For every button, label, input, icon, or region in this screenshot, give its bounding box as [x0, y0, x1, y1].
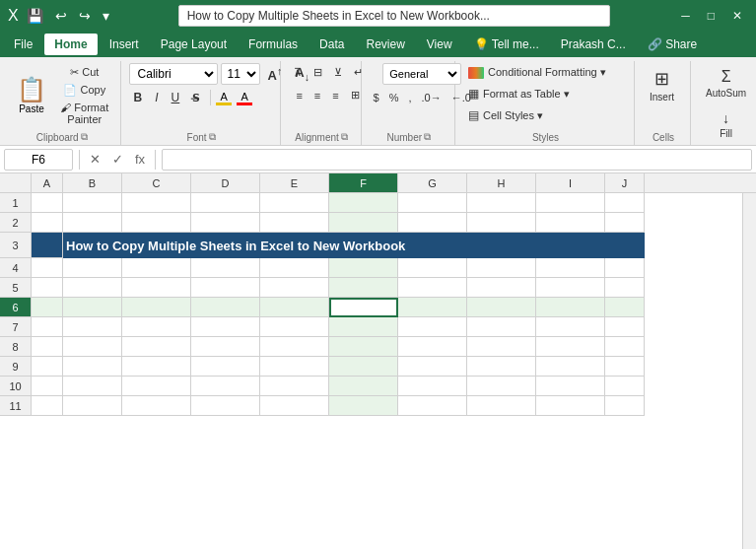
cell-e4[interactable]: [260, 258, 329, 278]
italic-button[interactable]: I: [150, 89, 163, 106]
font-size-select[interactable]: 11: [221, 63, 260, 85]
cell-g2[interactable]: [398, 213, 467, 233]
right-align-button[interactable]: ≡: [327, 86, 343, 104]
top-align-button[interactable]: ⊼: [289, 63, 307, 82]
cell-b8[interactable]: [63, 337, 122, 357]
number-expand-icon[interactable]: ⧉: [424, 131, 431, 143]
strikethrough-button[interactable]: S̶: [187, 90, 205, 106]
cell-e2[interactable]: [260, 213, 329, 233]
cell-e6[interactable]: [260, 298, 329, 317]
cell-f4[interactable]: [329, 258, 398, 278]
menu-home[interactable]: Home: [44, 34, 97, 55]
row-number-3[interactable]: 3: [0, 233, 32, 258]
menu-page-layout[interactable]: Page Layout: [151, 34, 237, 55]
cell-j4[interactable]: [605, 258, 645, 278]
redo-button[interactable]: ↪: [75, 6, 95, 26]
cell-i5[interactable]: [536, 278, 605, 298]
cell-j8[interactable]: [605, 337, 645, 357]
cell-g9[interactable]: [398, 357, 467, 377]
center-align-button[interactable]: ≡: [309, 86, 325, 104]
cell-c10[interactable]: [122, 377, 191, 396]
cell-h11[interactable]: [467, 396, 536, 416]
cell-e7[interactable]: [260, 317, 329, 337]
conditional-formatting-button[interactable]: Conditional Formatting ▾: [463, 63, 611, 82]
cell-styles-button[interactable]: ▤ Cell Styles ▾: [463, 105, 548, 125]
name-box[interactable]: [4, 149, 73, 171]
cell-a3[interactable]: [32, 233, 63, 258]
row-number-2[interactable]: 2: [0, 213, 32, 233]
cell-h1[interactable]: [467, 193, 536, 213]
cell-j6[interactable]: [605, 298, 645, 317]
col-header-a[interactable]: A: [32, 173, 63, 192]
cell-c1[interactable]: [122, 193, 191, 213]
font-expand-icon[interactable]: ⧉: [209, 131, 216, 143]
cell-f9[interactable]: [329, 357, 398, 377]
minimize-button[interactable]: ─: [675, 7, 696, 25]
cell-f10[interactable]: [329, 377, 398, 396]
cell-h6[interactable]: [467, 298, 536, 317]
alignment-expand-icon[interactable]: ⧉: [341, 131, 348, 143]
cell-j7[interactable]: [605, 317, 645, 337]
cell-h5[interactable]: [467, 278, 536, 298]
cell-i11[interactable]: [536, 396, 605, 416]
cell-b6[interactable]: [63, 298, 122, 317]
cell-i10[interactable]: [536, 377, 605, 396]
cell-e10[interactable]: [260, 377, 329, 396]
fill-button[interactable]: ↓ Fill: [713, 105, 739, 144]
row-number-7[interactable]: 7: [0, 317, 32, 337]
close-button[interactable]: ✕: [726, 7, 748, 25]
cell-d2[interactable]: [191, 213, 260, 233]
cell-b3[interactable]: How to Copy Multiple Sheets in Excel to …: [63, 233, 645, 258]
increase-decimal-button[interactable]: .0→: [418, 89, 446, 106]
cell-b10[interactable]: [63, 377, 122, 396]
row-number-10[interactable]: 10: [0, 377, 32, 396]
merge-center-button[interactable]: ⊞: [346, 86, 365, 104]
cell-e11[interactable]: [260, 396, 329, 416]
col-header-e[interactable]: E: [260, 173, 329, 192]
cell-a6[interactable]: [32, 298, 63, 317]
col-header-i[interactable]: I: [536, 173, 605, 192]
row-number-1[interactable]: 1: [0, 193, 32, 213]
paste-button[interactable]: 📋 Paste: [10, 71, 53, 119]
cell-d1[interactable]: [191, 193, 260, 213]
cell-e9[interactable]: [260, 357, 329, 377]
cell-b2[interactable]: [63, 213, 122, 233]
currency-button[interactable]: $: [370, 89, 383, 106]
menu-insert[interactable]: Insert: [100, 34, 149, 55]
vertical-scrollbar[interactable]: [742, 193, 756, 549]
copy-button[interactable]: 📄 Copy: [55, 82, 114, 99]
cell-g5[interactable]: [398, 278, 467, 298]
cell-d7[interactable]: [191, 317, 260, 337]
cell-h8[interactable]: [467, 337, 536, 357]
cell-b11[interactable]: [63, 396, 122, 416]
menu-view[interactable]: View: [417, 34, 462, 55]
percent-button[interactable]: %: [385, 89, 403, 106]
cell-d5[interactable]: [191, 278, 260, 298]
comma-button[interactable]: ,: [404, 89, 415, 106]
save-button[interactable]: 💾: [23, 6, 47, 26]
menu-file[interactable]: File: [4, 34, 42, 55]
cell-g7[interactable]: [398, 317, 467, 337]
font-color-button[interactable]: A: [237, 91, 252, 105]
col-header-f[interactable]: F: [329, 173, 398, 192]
cell-g11[interactable]: [398, 396, 467, 416]
cell-g8[interactable]: [398, 337, 467, 357]
cell-f6[interactable]: [329, 298, 398, 317]
cell-j2[interactable]: [605, 213, 645, 233]
cell-f2[interactable]: [329, 213, 398, 233]
cell-f5[interactable]: [329, 278, 398, 298]
insert-cells-button[interactable]: ⊞ Insert: [643, 63, 681, 107]
cell-b9[interactable]: [63, 357, 122, 377]
cell-a2[interactable]: [32, 213, 63, 233]
cell-d6[interactable]: [191, 298, 260, 317]
insert-function-button[interactable]: fx: [131, 150, 149, 169]
cell-g6[interactable]: [398, 298, 467, 317]
cell-d8[interactable]: [191, 337, 260, 357]
clipboard-expand-icon[interactable]: ⧉: [81, 131, 88, 143]
col-header-b[interactable]: B: [63, 173, 122, 192]
cell-b5[interactable]: [63, 278, 122, 298]
cell-i6[interactable]: [536, 298, 605, 317]
middle-align-button[interactable]: ⊟: [309, 63, 327, 82]
cell-h7[interactable]: [467, 317, 536, 337]
autosum-button[interactable]: Σ AutoSum: [699, 63, 753, 103]
